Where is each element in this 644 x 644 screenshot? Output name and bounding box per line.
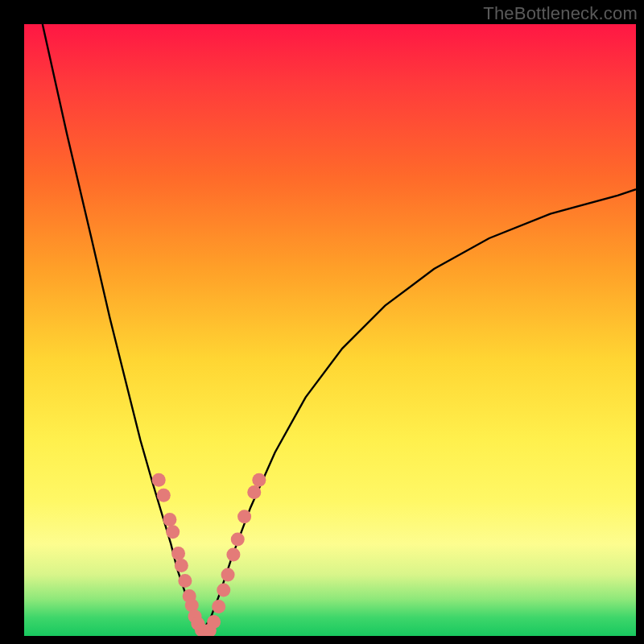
curve-left	[43, 24, 202, 633]
scatter-dot	[207, 615, 221, 629]
scatter-dot	[163, 513, 176, 526]
plot-svg	[24, 24, 636, 636]
scatter-dot	[237, 510, 251, 523]
scatter-dot	[178, 574, 192, 588]
scatter-dot	[221, 568, 235, 581]
chart-frame: TheBottleneck.com	[0, 0, 644, 644]
scatter-dot	[175, 559, 188, 572]
scatter-dot	[231, 532, 245, 546]
watermark-text: TheBottleneck.com	[483, 3, 638, 24]
scatter-dots	[152, 473, 266, 636]
scatter-dot	[252, 473, 266, 487]
scatter-dot	[212, 600, 225, 613]
scatter-dot	[217, 583, 230, 597]
plot-area	[24, 24, 636, 636]
scatter-dot	[166, 525, 180, 539]
scatter-dot	[157, 489, 171, 502]
curve-right	[201, 189, 636, 633]
scatter-dot	[152, 473, 166, 487]
scatter-dot	[171, 547, 185, 560]
scatter-dot	[226, 547, 240, 561]
scatter-dot	[247, 485, 261, 499]
